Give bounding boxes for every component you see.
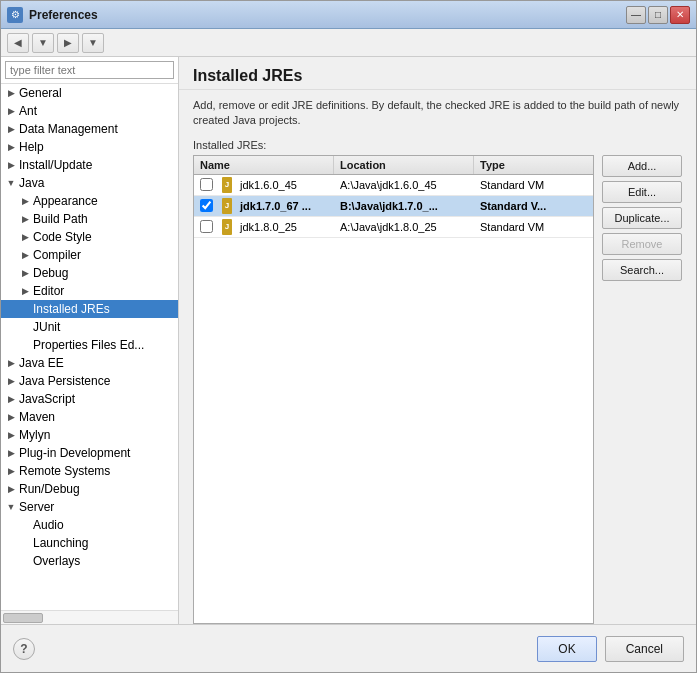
sidebar-item-label-remote-systems: Remote Systems: [19, 464, 176, 478]
jre-icon-jdk17: J: [218, 196, 236, 216]
sidebar-item-label-build-path: Build Path: [33, 212, 176, 226]
sidebar-horizontal-scrollbar[interactable]: [1, 610, 178, 624]
sidebar-item-run-debug[interactable]: ▶Run/Debug: [1, 480, 178, 498]
sidebar-item-server[interactable]: ▼Server: [1, 498, 178, 516]
sidebar-item-label-server: Server: [19, 500, 176, 514]
row-type-jdk17: Standard V...: [476, 198, 593, 214]
tree-arrow-mylyn: ▶: [5, 429, 17, 441]
row-name-jdk18: jdk1.8.0_25: [236, 219, 336, 235]
search-button[interactable]: Search...: [602, 259, 682, 281]
sidebar-item-debug[interactable]: ▶Debug: [1, 264, 178, 282]
sidebar-item-junit[interactable]: JUnit: [1, 318, 178, 336]
sidebar-item-maven[interactable]: ▶Maven: [1, 408, 178, 426]
maximize-button[interactable]: □: [648, 6, 668, 24]
row-type-jdk16: Standard VM: [476, 177, 593, 193]
duplicate-button[interactable]: Duplicate...: [602, 207, 682, 229]
window-icon: ⚙: [7, 7, 23, 23]
tree-arrow-install-update: ▶: [5, 159, 17, 171]
sidebar-item-install-update[interactable]: ▶Install/Update: [1, 156, 178, 174]
back-dropdown-button[interactable]: ▼: [32, 33, 54, 53]
sidebar-item-label-code-style: Code Style: [33, 230, 176, 244]
help-button[interactable]: ?: [13, 638, 35, 660]
sidebar-item-label-audio: Audio: [33, 518, 176, 532]
row-name-jdk16: jdk1.6.0_45: [236, 177, 336, 193]
sidebar-item-data-management[interactable]: ▶Data Management: [1, 120, 178, 138]
tree-arrow-audio: [19, 519, 31, 531]
sidebar-item-mylyn[interactable]: ▶Mylyn: [1, 426, 178, 444]
sidebar-item-label-appearance: Appearance: [33, 194, 176, 208]
edit-button[interactable]: Edit...: [602, 181, 682, 203]
tree-area: ▶General▶Ant▶Data Management▶Help▶Instal…: [1, 84, 178, 610]
sidebar-item-label-help: Help: [19, 140, 176, 154]
tree-arrow-installed-jres: [19, 303, 31, 315]
tree-arrow-debug: ▶: [19, 267, 31, 279]
sidebar-item-label-properties-files: Properties Files Ed...: [33, 338, 176, 352]
sidebar-item-label-ant: Ant: [19, 104, 176, 118]
sidebar: ▶General▶Ant▶Data Management▶Help▶Instal…: [1, 57, 179, 624]
sidebar-item-audio[interactable]: Audio: [1, 516, 178, 534]
tree-arrow-junit: [19, 321, 31, 333]
sidebar-item-editor[interactable]: ▶Editor: [1, 282, 178, 300]
main-content: ▶General▶Ant▶Data Management▶Help▶Instal…: [1, 57, 696, 624]
tree-arrow-remote-systems: ▶: [5, 465, 17, 477]
tree-arrow-java-persistence: ▶: [5, 375, 17, 387]
jre-icon-jdk18: J: [218, 217, 236, 237]
sidebar-item-help[interactable]: ▶Help: [1, 138, 178, 156]
window-title: Preferences: [29, 8, 98, 22]
scrollbar-thumb[interactable]: [3, 613, 43, 623]
sidebar-item-java-persistence[interactable]: ▶Java Persistence: [1, 372, 178, 390]
ok-button[interactable]: OK: [537, 636, 596, 662]
col-name[interactable]: Name: [194, 156, 334, 174]
sidebar-item-label-data-management: Data Management: [19, 122, 176, 136]
sidebar-item-build-path[interactable]: ▶Build Path: [1, 210, 178, 228]
row-checkbox-jdk17[interactable]: [194, 197, 218, 214]
sidebar-item-overlays[interactable]: Overlays: [1, 552, 178, 570]
tree-arrow-plugin-development: ▶: [5, 447, 17, 459]
back-button[interactable]: ◀: [7, 33, 29, 53]
sidebar-item-label-javascript: JavaScript: [19, 392, 176, 406]
sidebar-item-plugin-development[interactable]: ▶Plug-in Development: [1, 444, 178, 462]
remove-button[interactable]: Remove: [602, 233, 682, 255]
filter-input[interactable]: [5, 61, 174, 79]
window-controls: — □ ✕: [626, 6, 690, 24]
sidebar-item-appearance[interactable]: ▶Appearance: [1, 192, 178, 210]
table-row[interactable]: Jjdk1.8.0_25A:\Java\jdk1.8.0_25Standard …: [194, 217, 593, 238]
sidebar-item-general[interactable]: ▶General: [1, 84, 178, 102]
sidebar-item-javascript[interactable]: ▶JavaScript: [1, 390, 178, 408]
forward-button[interactable]: ▶: [57, 33, 79, 53]
table-row[interactable]: Jjdk1.7.0_67 ...B:\Java\jdk1.7.0_...Stan…: [194, 196, 593, 217]
tree-arrow-editor: ▶: [19, 285, 31, 297]
cancel-button[interactable]: Cancel: [605, 636, 684, 662]
sidebar-item-remote-systems[interactable]: ▶Remote Systems: [1, 462, 178, 480]
tree-arrow-java-ee: ▶: [5, 357, 17, 369]
sidebar-item-compiler[interactable]: ▶Compiler: [1, 246, 178, 264]
sidebar-item-label-java: Java: [19, 176, 176, 190]
minimize-button[interactable]: —: [626, 6, 646, 24]
jre-icon-jdk16: J: [218, 175, 236, 195]
add-button[interactable]: Add...: [602, 155, 682, 177]
col-type[interactable]: Type: [474, 156, 593, 174]
sidebar-item-ant[interactable]: ▶Ant: [1, 102, 178, 120]
sidebar-item-installed-jres[interactable]: Installed JREs: [1, 300, 178, 318]
sidebar-item-label-compiler: Compiler: [33, 248, 176, 262]
sidebar-item-label-java-ee: Java EE: [19, 356, 176, 370]
row-location-jdk18: A:\Java\jdk1.8.0_25: [336, 219, 476, 235]
sidebar-item-code-style[interactable]: ▶Code Style: [1, 228, 178, 246]
row-checkbox-jdk18[interactable]: [194, 218, 218, 235]
filter-box: [1, 57, 178, 84]
sidebar-item-label-junit: JUnit: [33, 320, 176, 334]
sidebar-item-properties-files[interactable]: Properties Files Ed...: [1, 336, 178, 354]
row-checkbox-jdk16[interactable]: [194, 176, 218, 193]
sidebar-item-java-ee[interactable]: ▶Java EE: [1, 354, 178, 372]
col-location[interactable]: Location: [334, 156, 474, 174]
sidebar-item-label-general: General: [19, 86, 176, 100]
close-button[interactable]: ✕: [670, 6, 690, 24]
panel-title: Installed JREs: [179, 57, 696, 90]
sidebar-item-java[interactable]: ▼Java: [1, 174, 178, 192]
forward-dropdown-button[interactable]: ▼: [82, 33, 104, 53]
sidebar-item-launching[interactable]: Launching: [1, 534, 178, 552]
tree-arrow-run-debug: ▶: [5, 483, 17, 495]
table-row[interactable]: Jjdk1.6.0_45A:\Java\jdk1.6.0_45Standard …: [194, 175, 593, 196]
sidebar-item-label-editor: Editor: [33, 284, 176, 298]
tree-arrow-overlays: [19, 555, 31, 567]
